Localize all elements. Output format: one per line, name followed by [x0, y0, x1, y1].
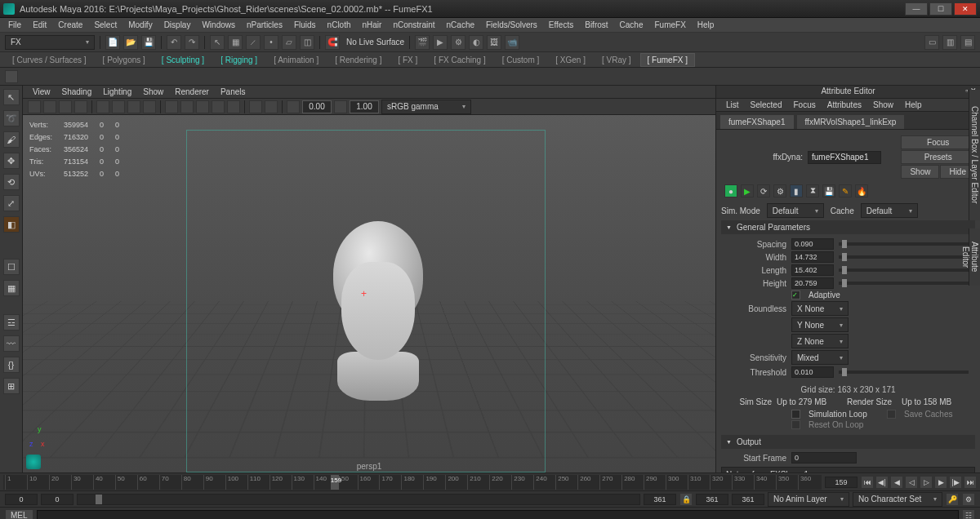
- output-header[interactable]: Output: [721, 435, 975, 449]
- menu-ncache[interactable]: nCache: [442, 20, 479, 30]
- go-start-icon[interactable]: ⏮: [861, 476, 874, 489]
- menu-nhair[interactable]: nHair: [358, 20, 387, 30]
- vp-menu-view[interactable]: View: [28, 87, 56, 96]
- sim-cache-icon[interactable]: 💾: [822, 184, 835, 197]
- current-frame-input[interactable]: [825, 477, 858, 488]
- adaptive-checkbox[interactable]: [791, 291, 800, 299]
- toggle-channels-icon[interactable]: ▤: [960, 35, 975, 50]
- vp-gamma-input[interactable]: [350, 100, 379, 113]
- sim-retime-icon[interactable]: ⧗: [806, 184, 819, 197]
- shelf-tab-fxcaching[interactable]: [ FX Caching ]: [426, 53, 492, 67]
- attribute-editor-tab[interactable]: Attribute Editor: [969, 228, 980, 286]
- sim-settings-icon[interactable]: ⚙: [773, 184, 786, 197]
- range-end-input[interactable]: [696, 494, 728, 505]
- cache-dropdown[interactable]: Default: [861, 203, 918, 218]
- menu-select[interactable]: Select: [89, 20, 122, 30]
- menu-fluids[interactable]: Fluids: [289, 20, 321, 30]
- spacing-input[interactable]: [791, 238, 834, 250]
- vp-menu-lighting[interactable]: Lighting: [98, 87, 136, 96]
- channel-box-tab[interactable]: Channel Box / Layer Editor: [969, 90, 980, 220]
- go-end-icon[interactable]: ⏭: [964, 476, 977, 489]
- lasso-tool-icon[interactable]: ➰: [3, 110, 20, 126]
- snap-curve-icon[interactable]: ⟋: [246, 35, 261, 50]
- viewport-persp[interactable]: + Verts:35995400Edges:71632000Faces:3565…: [23, 115, 715, 472]
- shelf-tab-sculpting[interactable]: [ Sculpting ]: [154, 53, 212, 67]
- vp-xray-icon[interactable]: [265, 100, 278, 113]
- length-input[interactable]: [791, 264, 834, 276]
- vp-menu-shading[interactable]: Shading: [57, 87, 97, 96]
- menu-file[interactable]: File: [3, 20, 26, 30]
- vp-grid-icon[interactable]: [96, 100, 109, 113]
- vp-menu-renderer[interactable]: Renderer: [170, 87, 214, 96]
- menu-bifrost[interactable]: Bifrost: [580, 20, 612, 30]
- window-close-button[interactable]: ✕: [954, 2, 977, 16]
- prefs-icon[interactable]: ⚙: [962, 493, 975, 506]
- sim-mode-dropdown[interactable]: Default: [767, 203, 824, 218]
- ipr-render-icon[interactable]: ▶: [433, 35, 448, 50]
- shelf-tab-animation[interactable]: [ Animation ]: [266, 53, 326, 67]
- vp-exposure-icon[interactable]: [287, 100, 300, 113]
- toggle-toolbox-icon[interactable]: ▥: [942, 35, 957, 50]
- shelf-item-1-icon[interactable]: [5, 70, 18, 83]
- vp-image-plane-icon[interactable]: [59, 100, 72, 113]
- command-input[interactable]: [37, 510, 959, 520]
- snap-plane-icon[interactable]: ▱: [282, 35, 296, 50]
- general-params-header[interactable]: General Parameters: [721, 220, 975, 234]
- attr-menu-list[interactable]: List: [721, 100, 744, 109]
- range-start-input[interactable]: [5, 494, 38, 505]
- menu-effects[interactable]: Effects: [544, 20, 578, 30]
- snap-grid-icon[interactable]: ▦: [228, 35, 243, 50]
- menu-nparticles[interactable]: nParticles: [242, 20, 287, 30]
- open-scene-icon[interactable]: 📂: [123, 35, 138, 50]
- step-back-icon[interactable]: ◀: [890, 476, 903, 489]
- hypershade-icon[interactable]: ◐: [469, 35, 483, 50]
- select-tool-icon[interactable]: ↖: [210, 35, 225, 50]
- move-tool-icon[interactable]: ✥: [3, 153, 20, 169]
- shelf-tab-polygons[interactable]: [ Polygons ]: [96, 53, 153, 67]
- vp-film-gate-icon[interactable]: [112, 100, 125, 113]
- menu-modify[interactable]: Modify: [123, 20, 157, 30]
- sim-edit-icon[interactable]: ✎: [839, 184, 852, 197]
- play-forward-icon[interactable]: ▷: [920, 476, 933, 489]
- height-slider[interactable]: [839, 282, 969, 285]
- menu-nconstraint[interactable]: nConstraint: [388, 20, 439, 30]
- vp-select-camera-icon[interactable]: [28, 100, 41, 113]
- threshold-input[interactable]: [791, 366, 834, 378]
- length-slider[interactable]: [839, 268, 969, 272]
- vp-wireframe-icon[interactable]: [165, 100, 178, 113]
- four-pane-icon[interactable]: ▦: [3, 280, 20, 296]
- save-scene-icon[interactable]: 💾: [141, 35, 156, 50]
- vp-gate-mask-icon[interactable]: [143, 100, 156, 113]
- shelf-tab-xgen[interactable]: [ XGen ]: [548, 53, 593, 67]
- sensitivity-dropdown[interactable]: Mixed: [791, 350, 849, 365]
- attr-tab-1[interactable]: ffxMRVolShape1_linkExp: [796, 114, 906, 129]
- width-input[interactable]: [791, 251, 834, 263]
- character-set-dropdown[interactable]: No Character Set: [853, 492, 942, 507]
- vp-smooth-shade-icon[interactable]: [180, 100, 194, 113]
- scale-tool-icon[interactable]: ⤢: [3, 195, 20, 211]
- spacing-slider[interactable]: [839, 242, 969, 246]
- shelf-tab-fumefx[interactable]: [ FumeFX ]: [640, 53, 695, 67]
- window-maximize-button[interactable]: ☐: [929, 2, 952, 16]
- vp-textured-icon[interactable]: [196, 100, 209, 113]
- sim-start-icon[interactable]: ●: [724, 184, 737, 197]
- outliner-icon[interactable]: ☲: [3, 314, 20, 330]
- width-slider[interactable]: [839, 255, 969, 259]
- sim-loop-checkbox[interactable]: [791, 410, 800, 419]
- toggle-panel-icon[interactable]: ▭: [924, 35, 939, 50]
- vp-gamma-icon[interactable]: [334, 100, 347, 113]
- vp-exposure-input[interactable]: [302, 100, 332, 113]
- vp-shadows-icon[interactable]: [227, 100, 240, 113]
- snap-point-icon[interactable]: •: [264, 35, 278, 50]
- playblast-icon[interactable]: 📹: [505, 35, 519, 50]
- presets-button[interactable]: Presets: [901, 150, 975, 164]
- vp-2d-pan-icon[interactable]: [74, 100, 87, 113]
- menu-cache[interactable]: Cache: [615, 20, 648, 30]
- menu-edit[interactable]: Edit: [28, 20, 51, 30]
- start-frame-input[interactable]: [791, 452, 857, 464]
- attr-menu-help[interactable]: Help: [900, 100, 927, 109]
- live-surface-icon[interactable]: 🧲: [325, 35, 340, 50]
- boundless-z-dropdown[interactable]: Z None: [791, 334, 849, 348]
- menu-fieldssolvers[interactable]: Fields/Solvers: [481, 20, 542, 30]
- script-editor-button-icon[interactable]: ☷: [962, 509, 975, 520]
